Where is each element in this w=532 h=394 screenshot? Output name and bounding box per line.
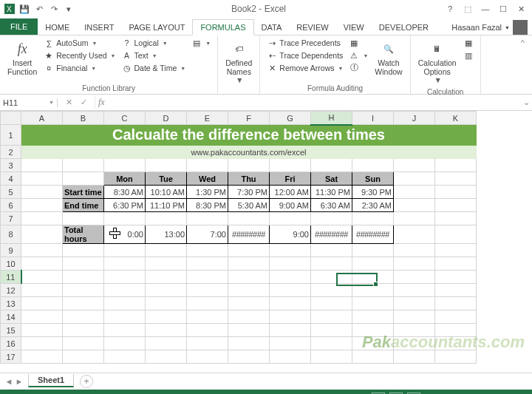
autosum-button[interactable]: ∑AutoSum▼ bbox=[41, 37, 117, 49]
subbanner-cell[interactable]: www.pakaccountants.com/excel bbox=[21, 146, 477, 159]
user-name: Hasaan Fazal bbox=[451, 23, 502, 32]
banner-cell[interactable]: Calcualte the difference between times bbox=[21, 125, 477, 146]
excel-icon[interactable]: X bbox=[3, 2, 16, 16]
minimize-icon[interactable]: — bbox=[477, 2, 494, 16]
evaluate-icon: ⓕ bbox=[349, 63, 359, 73]
enter-formula-icon[interactable]: ✓ bbox=[77, 96, 90, 109]
more-functions-button[interactable]: ▤▼ bbox=[189, 37, 213, 49]
sigma-icon: ∑ bbox=[44, 38, 54, 48]
tab-formulas[interactable]: FORMULAS bbox=[192, 19, 253, 35]
question-icon: ? bbox=[122, 38, 132, 48]
close-icon[interactable]: ✕ bbox=[513, 2, 529, 16]
logical-button[interactable]: ?Logical▼ bbox=[120, 37, 188, 49]
evaluate-formula-button[interactable]: ⓕ bbox=[347, 62, 370, 74]
watermark: Pakaccountants.com bbox=[362, 333, 525, 352]
group-calculation: 🖩 Calculation Options ▼ ▦ ▥ Calculation bbox=[411, 35, 481, 94]
trace-prec-icon: ⇢ bbox=[267, 38, 277, 48]
row-header[interactable]: 2 bbox=[1, 146, 21, 159]
show-formulas-button[interactable]: ▦ bbox=[347, 37, 370, 49]
user-account[interactable]: Hasaan Fazal ▼ bbox=[451, 20, 532, 35]
help-icon[interactable]: ? bbox=[442, 2, 458, 16]
select-all-corner[interactable] bbox=[1, 112, 21, 125]
group-formula-auditing: ⇢Trace Precedents ⇠Trace Dependents ✕Rem… bbox=[260, 35, 410, 94]
tab-review[interactable]: REVIEW bbox=[289, 20, 335, 35]
tag-icon: 🏷 bbox=[228, 38, 249, 59]
chevron-down-icon: ▼ bbox=[505, 25, 510, 30]
calculation-options-button[interactable]: 🖩 Calculation Options ▼ bbox=[415, 37, 460, 86]
ribbon: fx Insert Function ∑AutoSum▼ ★Recently U… bbox=[0, 35, 532, 95]
svg-text:X: X bbox=[7, 5, 12, 13]
title-bar: X 💾 ↶ ↷ ▾ Book2 - Excel ? ⬚ — ☐ ✕ bbox=[0, 0, 532, 18]
group-function-library: fx Insert Function ∑AutoSum▼ ★Recently U… bbox=[0, 35, 218, 94]
trace-dependents-button[interactable]: ⇠Trace Dependents bbox=[265, 50, 345, 61]
tab-insert[interactable]: INSERT bbox=[77, 20, 121, 35]
remove-arrows-icon: ✕ bbox=[267, 63, 277, 73]
maximize-icon[interactable]: ☐ bbox=[495, 2, 511, 16]
remove-arrows-button[interactable]: ✕Remove Arrows▼ bbox=[265, 62, 345, 74]
name-box[interactable]: H11 ▼ bbox=[0, 98, 58, 107]
text-icon: A bbox=[122, 50, 132, 61]
col-header[interactable]: D bbox=[146, 112, 187, 125]
tab-developer[interactable]: DEVELOPER bbox=[372, 20, 436, 35]
watch-icon: 🔍 bbox=[378, 38, 399, 59]
sheet-tab[interactable]: Sheet1 bbox=[28, 374, 74, 387]
calculator-icon: 🖩 bbox=[427, 38, 448, 59]
quick-access-toolbar: X 💾 ↶ ↷ ▾ bbox=[3, 2, 75, 16]
col-header[interactable]: H bbox=[311, 112, 352, 125]
col-header[interactable]: F bbox=[228, 112, 270, 125]
book-icon: ▤ bbox=[191, 38, 202, 48]
status-bar: READY NUM LOCK ▣ − + 100% bbox=[0, 390, 532, 394]
calc-sheet-icon: ▥ bbox=[463, 50, 474, 61]
chevron-down-icon: ▼ bbox=[49, 100, 54, 105]
col-header[interactable]: E bbox=[187, 112, 228, 125]
tab-home[interactable]: HOME bbox=[38, 20, 77, 35]
calc-now-icon: ▦ bbox=[463, 38, 474, 48]
ribbon-options-icon[interactable]: ⬚ bbox=[460, 2, 476, 16]
date-time-button[interactable]: ◷Date & Time▼ bbox=[120, 62, 188, 74]
sheet-next-icon[interactable]: ► bbox=[15, 377, 24, 386]
col-header[interactable]: G bbox=[270, 112, 311, 125]
tab-page-layout[interactable]: PAGE LAYOUT bbox=[121, 20, 192, 35]
text-button[interactable]: AText▼ bbox=[120, 50, 188, 61]
col-header[interactable]: K bbox=[435, 112, 477, 125]
row-header[interactable]: 1 bbox=[1, 125, 21, 146]
trace-precedents-button[interactable]: ⇢Trace Precedents bbox=[265, 37, 345, 49]
save-icon[interactable]: 💾 bbox=[18, 2, 31, 16]
tab-data[interactable]: DATA bbox=[254, 20, 290, 35]
watch-window-button[interactable]: 🔍 Watch Window bbox=[372, 37, 405, 78]
col-header[interactable]: A bbox=[21, 112, 63, 125]
window-controls: ? ⬚ — ☐ ✕ bbox=[442, 2, 529, 16]
error-checking-button[interactable]: ⚠▼ bbox=[347, 50, 370, 61]
collapse-ribbon-icon[interactable]: ^ bbox=[485, 37, 528, 49]
redo-icon[interactable]: ↷ bbox=[47, 2, 61, 16]
col-header[interactable]: C bbox=[104, 112, 146, 125]
expand-formula-bar-icon[interactable]: ⌄ bbox=[520, 98, 532, 107]
fx-icon[interactable]: fx bbox=[95, 97, 105, 108]
calculate-sheet-button[interactable]: ▥ bbox=[461, 50, 476, 61]
defined-names-button[interactable]: 🏷 Defined Names ▼ bbox=[222, 37, 255, 86]
trace-dep-icon: ⇠ bbox=[267, 50, 277, 61]
col-header[interactable]: B bbox=[63, 112, 104, 125]
calculate-now-button[interactable]: ▦ bbox=[461, 37, 476, 49]
tab-view[interactable]: VIEW bbox=[336, 20, 372, 35]
formula-bar: H11 ▼ ✕ ✓ fx ⌄ bbox=[0, 95, 532, 111]
col-header[interactable]: J bbox=[394, 112, 435, 125]
sheet-tabs: ◄ ► Sheet1 + bbox=[0, 373, 532, 390]
show-formulas-icon: ▦ bbox=[349, 38, 359, 48]
undo-icon[interactable]: ↶ bbox=[33, 2, 46, 16]
sheet-prev-icon[interactable]: ◄ bbox=[4, 377, 13, 386]
spreadsheet-grid[interactable]: A B C D E F G H I J K 1 Calcualte the di… bbox=[0, 111, 532, 373]
recently-used-button[interactable]: ★Recently Used▼ bbox=[41, 50, 117, 61]
money-icon: ¤ bbox=[44, 63, 54, 73]
add-sheet-button[interactable]: + bbox=[80, 375, 93, 388]
group-defined-names: 🏷 Defined Names ▼ bbox=[218, 35, 260, 94]
col-header[interactable]: I bbox=[352, 112, 394, 125]
insert-function-button[interactable]: fx Insert Function bbox=[4, 37, 40, 78]
window-title: Book2 - Excel bbox=[75, 4, 442, 14]
star-icon: ★ bbox=[44, 50, 54, 61]
tab-file[interactable]: FILE bbox=[0, 18, 38, 35]
ribbon-tabs: FILE HOME INSERT PAGE LAYOUT FORMULAS DA… bbox=[0, 18, 532, 35]
qat-dropdown-icon[interactable]: ▾ bbox=[62, 2, 75, 16]
financial-button[interactable]: ¤Financial▼ bbox=[41, 62, 117, 74]
cancel-formula-icon[interactable]: ✕ bbox=[62, 96, 75, 109]
